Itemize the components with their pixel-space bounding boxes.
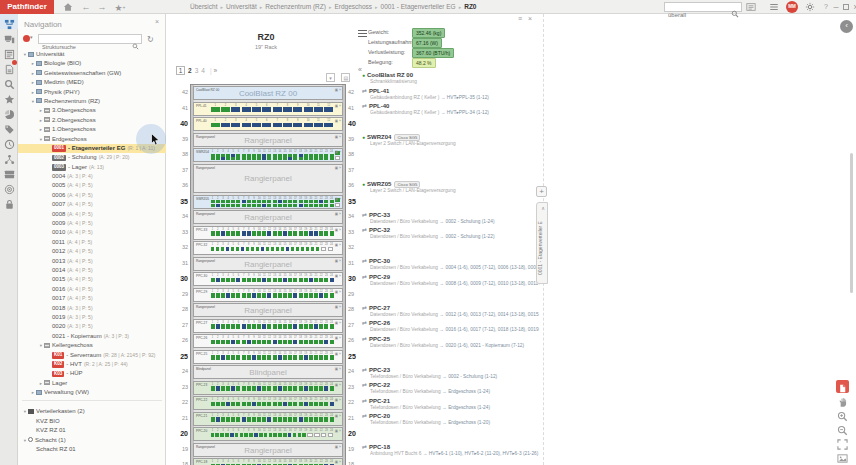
tree-item[interactable]: ▾Verteilerkasten (2) <box>18 407 166 416</box>
port[interactable] <box>288 204 292 207</box>
port[interactable] <box>283 107 292 112</box>
port[interactable] <box>242 355 246 360</box>
port[interactable] <box>257 340 261 345</box>
tree-item[interactable]: ▾Universität <box>18 50 166 59</box>
port[interactable] <box>231 204 235 207</box>
port[interactable] <box>309 204 313 207</box>
port[interactable] <box>309 355 313 360</box>
panel-info-icon[interactable]: ▣ » <box>335 88 341 92</box>
port[interactable] <box>319 278 323 283</box>
rack-panel-ppc-20[interactable]: PPC-20▣ »1234567891011121314151617181920… <box>193 427 343 441</box>
port[interactable] <box>236 293 240 298</box>
port[interactable] <box>252 278 256 283</box>
tree-item[interactable]: 0020(A: 3 | P: 5) <box>18 322 166 331</box>
port[interactable] <box>216 293 220 298</box>
panel-info-icon[interactable]: ▣ » <box>335 290 341 294</box>
port[interactable] <box>262 107 271 112</box>
port[interactable] <box>306 247 310 252</box>
port[interactable] <box>247 417 251 422</box>
port[interactable] <box>293 386 297 391</box>
expander-icon[interactable]: ▾ <box>22 436 28 445</box>
port[interactable] <box>236 386 240 391</box>
port[interactable] <box>283 278 287 283</box>
port[interactable] <box>293 157 297 160</box>
zoom-out-icon[interactable] <box>836 422 849 435</box>
port[interactable] <box>267 231 271 236</box>
port[interactable] <box>247 157 251 160</box>
tree-item[interactable]: 0009(A: 4 | P: 5) <box>18 219 166 228</box>
port[interactable] <box>299 402 303 407</box>
search-list-icon[interactable] <box>745 1 757 13</box>
rack-panel-ppc-25[interactable]: PPC-25▣ »1234567891011121314151617181920… <box>193 350 343 364</box>
rack-panel-ppc-33[interactable]: PPC-33▣ »1234567891011121314151617181920… <box>193 226 343 240</box>
port[interactable] <box>240 433 244 438</box>
panel-info-icon[interactable]: ▣ » <box>335 460 341 464</box>
port[interactable] <box>309 293 313 298</box>
port[interactable] <box>309 231 313 236</box>
tree-item[interactable]: ▾Kellergeschoss <box>18 341 166 350</box>
port[interactable] <box>267 204 271 207</box>
port[interactable] <box>299 355 303 360</box>
port[interactable] <box>273 107 282 112</box>
avatar[interactable]: MM <box>786 1 798 13</box>
tree-item[interactable]: 0002- Schulung(A: 29 | P: 20) <box>18 153 166 162</box>
port[interactable] <box>324 204 328 207</box>
panel-info-icon[interactable]: ▣ » <box>335 429 341 433</box>
port[interactable] <box>304 386 308 391</box>
component-item-ppc-23[interactable]: ⇄PPC-23Telefondosen / Büro Verkabelung →… <box>362 367 540 382</box>
port[interactable] <box>319 402 323 407</box>
global-search[interactable] <box>664 2 742 12</box>
port[interactable] <box>288 278 292 283</box>
port[interactable] <box>299 386 303 391</box>
port[interactable] <box>236 340 240 345</box>
port[interactable] <box>216 231 220 236</box>
port[interactable] <box>211 324 215 329</box>
port[interactable] <box>273 355 277 360</box>
tree-item[interactable]: 0016(A: 4 | P: 5) <box>18 285 166 294</box>
port[interactable] <box>242 340 246 345</box>
port[interactable] <box>328 433 334 438</box>
port[interactable] <box>211 417 215 422</box>
port[interactable] <box>311 247 315 252</box>
port[interactable] <box>324 293 328 298</box>
port[interactable] <box>267 340 271 345</box>
tree-item[interactable]: 0007(A: 4 | P: 5) <box>18 200 166 209</box>
port[interactable] <box>283 231 287 236</box>
port[interactable] <box>273 204 277 207</box>
port[interactable] <box>211 278 215 283</box>
rack-panel-ppc-29[interactable]: PPC-29▣ »1234567891011121314151617181920… <box>193 288 343 302</box>
port[interactable] <box>321 433 327 438</box>
port[interactable] <box>330 417 334 422</box>
port[interactable] <box>319 157 323 160</box>
devices-icon[interactable] <box>0 29 18 44</box>
port[interactable] <box>273 324 277 329</box>
port[interactable] <box>299 293 303 298</box>
port[interactable] <box>293 293 297 298</box>
port[interactable] <box>262 324 266 329</box>
component-item-ppc-20[interactable]: ⇄PPC-20Telefondosen / Büro Verkabelung →… <box>362 413 540 428</box>
port[interactable] <box>226 402 230 407</box>
port[interactable] <box>304 324 308 329</box>
tree-item[interactable]: 0006(A: 4 | P: 5) <box>18 191 166 200</box>
port[interactable] <box>293 402 297 407</box>
port[interactable] <box>278 157 282 160</box>
port[interactable] <box>221 278 225 283</box>
rack-panel-ppc-26[interactable]: PPC-26▣ »1234567891011121314151617181920… <box>193 334 343 348</box>
port[interactable] <box>236 278 240 283</box>
home-icon[interactable] <box>62 1 74 13</box>
tree-item[interactable]: Schacht RZ 01 <box>18 445 166 454</box>
port[interactable] <box>335 156 340 160</box>
port[interactable] <box>251 247 255 252</box>
port[interactable] <box>293 417 297 422</box>
component-item-ppc-30[interactable]: ⇄PPC-30Datendosen / Büro Verkabelung → 0… <box>362 258 540 273</box>
port[interactable] <box>211 340 215 345</box>
port[interactable] <box>299 278 303 283</box>
port[interactable] <box>330 340 334 345</box>
collapsed-tab-0001[interactable]: ∧ 0001 - Etagenverteiler E <box>536 202 548 284</box>
port[interactable] <box>288 386 292 391</box>
port[interactable] <box>221 231 225 236</box>
port[interactable] <box>278 417 282 422</box>
panel-info-icon[interactable]: ▣ » <box>335 274 341 278</box>
port[interactable] <box>288 293 292 298</box>
port[interactable] <box>293 204 297 207</box>
